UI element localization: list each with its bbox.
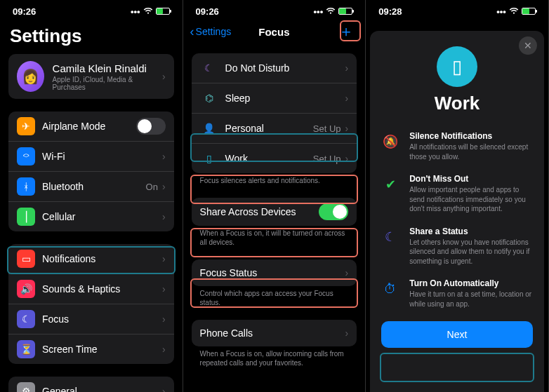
dnd-icon: ☾: [200, 59, 218, 77]
settings-row-airplane-mode[interactable]: ✈Airplane Mode: [8, 111, 174, 142]
focus-status-row[interactable]: Focus Status ›: [192, 259, 357, 286]
work-icon: ▯: [437, 46, 477, 87]
chevron-icon: ›: [345, 327, 349, 339]
wifi-icon: ⌔: [17, 147, 35, 165]
next-button[interactable]: Next: [381, 321, 533, 348]
feature-don-t-miss-out: ✔Don't Miss OutAllow important people an…: [381, 174, 533, 214]
footer-text: Focus silences alerts and notifications.: [192, 173, 357, 185]
settings-row-screen-time[interactable]: ⏳Screen Time›: [8, 334, 174, 364]
row-label: Bluetooth: [42, 181, 146, 192]
check-icon: ✔: [381, 175, 399, 194]
row-value: On: [146, 182, 158, 192]
modal-title: Work: [381, 93, 533, 114]
focus-mode-sleep[interactable]: ⌬Sleep›: [192, 83, 357, 114]
battery-icon: [156, 8, 170, 15]
status-bar: 09:26 •••: [0, 0, 183, 20]
settings-row-cellular[interactable]: ⎮Cellular›: [8, 202, 174, 231]
row-label: Focus: [42, 313, 162, 325]
row-label: General: [42, 386, 162, 392]
signal-icon: •••: [131, 6, 140, 17]
chevron-icon: ›: [162, 211, 166, 222]
feature-desc: Have it turn on at a set time, location …: [409, 290, 533, 309]
footer-text: When a Focus is on, allow incoming calls…: [192, 346, 357, 367]
row-label: Work: [225, 153, 313, 164]
settings-row-notifications[interactable]: ▭Notifications›: [8, 244, 174, 274]
add-button[interactable]: ＋: [334, 21, 358, 42]
screentime-icon: ⏳: [17, 340, 35, 358]
feature-desc: Allow important people and apps to send …: [409, 185, 533, 214]
setup-modal: ✕ ▯ Work 🔕Silence NotificationsAll notif…: [370, 31, 544, 392]
settings-row-focus[interactable]: ☾Focus›: [8, 304, 174, 334]
sleep-icon: ⌬: [200, 89, 218, 107]
focus-mode-personal[interactable]: 👤PersonalSet Up›: [192, 114, 357, 144]
feature-silence-notifications: 🔕Silence NotificationsAll notifications …: [381, 131, 533, 161]
settings-row-wi-fi[interactable]: ⌔Wi-Fi›: [8, 142, 174, 172]
wifi-icon: [326, 8, 336, 15]
wifi-icon: [143, 8, 153, 15]
toggle[interactable]: [136, 118, 166, 135]
focus-icon: ☾: [17, 310, 35, 328]
settings-group-general: ⚙General›⊟Control Center›ADisplay & Brig…: [8, 377, 174, 392]
focus-mode-do-not-disturb[interactable]: ☾Do Not Disturb›: [192, 53, 357, 83]
clock-icon: ⏱: [381, 280, 399, 298]
chevron-icon: ›: [162, 313, 166, 325]
profile-name: Camila Klein Rinaldi: [53, 62, 154, 74]
feature-desc: All notifications will be silenced excep…: [409, 142, 533, 161]
feature-title: Turn On Automatically: [409, 278, 533, 288]
calls-label: Phone Calls: [200, 327, 345, 339]
chevron-icon: ›: [162, 344, 166, 355]
bluetooth-icon: ᚼ: [17, 177, 35, 196]
share-row[interactable]: Share Across Devices: [192, 198, 357, 226]
profile-card[interactable]: 👩 Camila Klein Rinaldi Apple ID, iCloud,…: [8, 54, 174, 99]
calls-group: Phone Calls ›: [192, 320, 357, 346]
notifications-icon: ▭: [17, 250, 35, 268]
row-label: Sleep: [225, 93, 345, 104]
signal-icon: •••: [314, 6, 324, 17]
settings-group-network: ✈Airplane Mode⌔Wi-Fi›ᚼBluetoothOn›⎮Cellu…: [8, 111, 174, 231]
row-label: Airplane Mode: [42, 121, 136, 132]
focus-mode-work[interactable]: ▯WorkSet Up›: [192, 144, 357, 173]
feature-title: Share a Status: [409, 227, 533, 236]
chevron-icon: ›: [162, 181, 166, 192]
row-label: Screen Time: [42, 344, 162, 355]
row-value: Set Up: [313, 123, 341, 134]
work-setup-screen: 09:28 ••• ✕ ▯ Work 🔕Silence Notification…: [366, 0, 549, 392]
status-icons: •••: [131, 6, 170, 17]
general-icon: ⚙: [17, 382, 35, 392]
battery-icon: [522, 8, 536, 15]
work-icon: ▯: [200, 149, 218, 168]
phone-calls-row[interactable]: Phone Calls ›: [192, 320, 357, 346]
settings-row-bluetooth[interactable]: ᚼBluetoothOn›: [8, 172, 174, 202]
wifi-icon: [509, 8, 519, 15]
chevron-icon: ›: [162, 253, 166, 264]
chevron-icon: ›: [162, 71, 166, 82]
status-icons: •••: [314, 6, 353, 17]
settings-row-sounds-haptics[interactable]: 🔊Sounds & Haptics›: [8, 274, 174, 304]
cellular-icon: ⎮: [17, 208, 35, 226]
sounds-icon: 🔊: [17, 280, 35, 298]
page-title: Settings: [0, 20, 183, 54]
avatar: 👩: [17, 61, 44, 92]
chevron-icon: ›: [345, 62, 349, 74]
back-button[interactable]: ‹Settings: [190, 25, 232, 39]
status-label: Focus Status: [200, 267, 345, 278]
focus-modes-group: ☾Do Not Disturb›⌬Sleep›👤PersonalSet Up›▯…: [192, 53, 357, 173]
status-bar: 09:28 •••: [366, 0, 548, 20]
settings-group-notif: ▭Notifications›🔊Sounds & Haptics›☾Focus›…: [8, 244, 174, 364]
time: 09:28: [378, 6, 402, 17]
feature-title: Silence Notifications: [409, 131, 533, 141]
signal-icon: •••: [496, 6, 506, 17]
settings-row-general[interactable]: ⚙General›: [8, 377, 174, 392]
status-icons: •••: [496, 6, 536, 17]
row-label: Cellular: [42, 211, 158, 222]
row-label: Personal: [225, 123, 313, 134]
feature-turn-on-automatically: ⏱Turn On AutomaticallyHave it turn on at…: [381, 278, 533, 309]
close-button[interactable]: ✕: [519, 36, 537, 55]
status-bar: 09:26 •••: [183, 0, 366, 20]
share-toggle[interactable]: [319, 203, 348, 220]
settings-screen: 09:26 ••• Settings 👩 Camila Klein Rinald…: [0, 0, 183, 392]
chevron-icon: ›: [162, 283, 166, 295]
nav-bar: ‹Settings Focus ＋: [183, 20, 366, 43]
share-group: Share Across Devices: [192, 198, 357, 226]
row-label: Wi-Fi: [42, 151, 158, 162]
